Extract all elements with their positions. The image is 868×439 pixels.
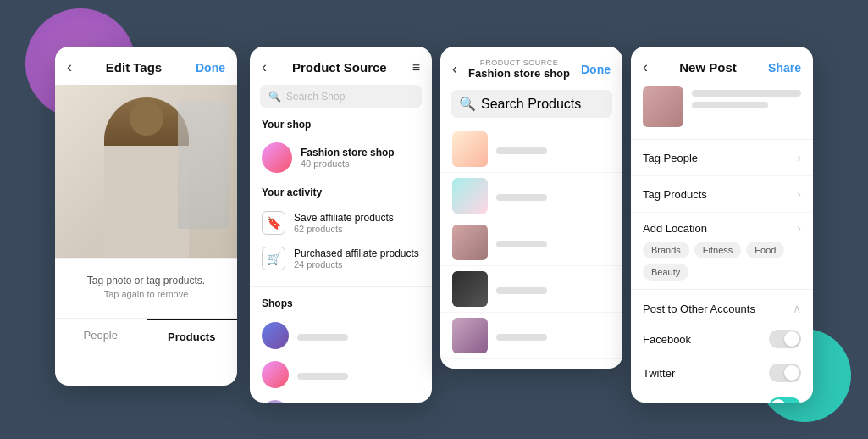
other-accounts-label: Post to Other Accounts bbox=[643, 303, 755, 315]
other-accounts-header[interactable]: Post to Other Accounts ∧ bbox=[631, 293, 813, 322]
product-text-5 bbox=[496, 331, 611, 341]
fashion-shop-header: ‹ PRODUCT SOURCE Fashion store shop Done bbox=[440, 47, 622, 83]
edit-tags-tabs: People Products bbox=[55, 318, 237, 353]
save-affiliate-icon: 🔖 bbox=[262, 211, 285, 235]
product-thumb-3 bbox=[452, 225, 488, 260]
shop-list-text-1 bbox=[297, 331, 420, 341]
location-tags: Brands Fitness Food Beauty bbox=[643, 242, 801, 281]
tumblr-toggle[interactable] bbox=[769, 397, 801, 403]
activity2-count: 24 products bbox=[294, 259, 419, 270]
done-button[interactable]: Done bbox=[196, 61, 225, 75]
caption-line-2 bbox=[692, 102, 768, 108]
tag-products-item[interactable]: Tag Products › bbox=[631, 176, 813, 213]
add-location-label: Add Location bbox=[643, 222, 707, 235]
tab-products[interactable]: Products bbox=[147, 319, 238, 353]
product-placeholder-3b bbox=[496, 241, 547, 247]
shop-list-item-2[interactable] bbox=[250, 355, 432, 394]
photo-person-figure bbox=[104, 97, 189, 258]
facebook-toggle-item: Facebook bbox=[631, 322, 813, 356]
instruction-line1: Tag photo or tag products. bbox=[67, 275, 225, 286]
product-item-4[interactable] bbox=[440, 266, 622, 313]
fashion-shop-title: Fashion store shop bbox=[468, 67, 570, 80]
tumblr-label: Tumblr bbox=[643, 401, 677, 403]
shop-list-text-2 bbox=[297, 370, 420, 380]
tag-people-item[interactable]: Tag People › bbox=[631, 140, 813, 176]
product-text-3 bbox=[496, 237, 611, 247]
product-placeholder-5b bbox=[496, 334, 547, 341]
product-thumb-5 bbox=[452, 318, 488, 353]
new-post-title: New Post bbox=[679, 60, 737, 75]
search-shop-bar[interactable]: 🔍 Search Shop bbox=[260, 85, 422, 108]
shop-list-avatar-3 bbox=[262, 400, 289, 403]
search-products-placeholder: Search Products bbox=[481, 97, 581, 112]
your-shop-item[interactable]: Fashion store shop 40 products bbox=[250, 137, 432, 178]
product-source-title: Product Source bbox=[292, 60, 387, 75]
product-thumb-4 bbox=[452, 271, 488, 307]
tag-products-chevron: › bbox=[797, 187, 801, 201]
twitter-label: Twitter bbox=[643, 367, 675, 380]
search-products-bar[interactable]: 🔍 Search Products bbox=[451, 90, 612, 118]
activity-info-1: Save affiliate products 62 products bbox=[294, 212, 394, 234]
search-icon: 🔍 bbox=[268, 91, 281, 103]
location-tag-beauty[interactable]: Beauty bbox=[643, 264, 688, 281]
tab-people[interactable]: People bbox=[55, 319, 147, 353]
fashion-search-icon: 🔍 bbox=[459, 96, 476, 112]
tumblr-toggle-item: Tumblr bbox=[631, 390, 813, 403]
search-shop-placeholder: Search Shop bbox=[286, 91, 345, 103]
location-section: Add Location › Brands Fitness Food Beaut… bbox=[631, 213, 813, 290]
product-source-back-button[interactable]: ‹ bbox=[262, 58, 267, 76]
shop-avatar bbox=[262, 142, 292, 173]
location-header[interactable]: Add Location › bbox=[643, 221, 801, 235]
activity2-title: Purchased affiliate products bbox=[294, 247, 419, 259]
product-placeholder-1b bbox=[496, 147, 547, 154]
shop-count: 40 products bbox=[301, 158, 395, 169]
caption-line-1 bbox=[692, 90, 801, 97]
location-tag-brands[interactable]: Brands bbox=[643, 242, 689, 258]
location-tag-food[interactable]: Food bbox=[746, 242, 784, 258]
product-source-header: ‹ Product Source ≡ bbox=[250, 47, 432, 85]
product-item-1[interactable] bbox=[440, 126, 622, 173]
post-caption-lines bbox=[692, 86, 801, 114]
activity-info-2: Purchased affiliate products 24 products bbox=[294, 247, 419, 270]
product-placeholder-2b bbox=[496, 194, 547, 201]
add-location-chevron: › bbox=[797, 221, 801, 235]
post-thumbnail bbox=[643, 86, 683, 127]
your-activity-label: Your activity bbox=[250, 186, 432, 205]
divider bbox=[250, 286, 432, 287]
shop-list-avatar-2 bbox=[262, 361, 289, 388]
shop-list-item-3[interactable] bbox=[250, 394, 432, 403]
activity-item-2[interactable]: 🛒 Purchased affiliate products 24 produc… bbox=[250, 241, 432, 276]
product-thumb-2 bbox=[452, 178, 488, 214]
shop-list-avatar-1 bbox=[262, 322, 289, 349]
product-text-1 bbox=[496, 144, 611, 154]
product-thumb-1 bbox=[452, 131, 488, 167]
product-item-5[interactable] bbox=[440, 313, 622, 359]
instruction-line2: Tap again to remove bbox=[67, 289, 225, 299]
tag-products-label: Tag Products bbox=[643, 188, 707, 201]
location-tag-fitness[interactable]: Fitness bbox=[694, 242, 741, 258]
product-item-3[interactable] bbox=[440, 220, 622, 266]
back-button[interactable]: ‹ bbox=[67, 58, 72, 76]
other-accounts-section: Post to Other Accounts ∧ Facebook Twitte… bbox=[631, 290, 813, 403]
shop-list-placeholder-1b bbox=[297, 334, 348, 341]
fashion-done-button[interactable]: Done bbox=[581, 63, 611, 76]
product-item-2[interactable] bbox=[440, 173, 622, 220]
post-preview bbox=[631, 86, 813, 139]
new-post-back-button[interactable]: ‹ bbox=[643, 58, 648, 76]
new-post-header: ‹ New Post Share bbox=[631, 47, 813, 86]
fashion-sub-label: PRODUCT SOURCE bbox=[468, 58, 570, 67]
share-button[interactable]: Share bbox=[768, 61, 801, 75]
shop-info: Fashion store shop 40 products bbox=[301, 147, 395, 169]
facebook-label: Facebook bbox=[643, 333, 691, 346]
tag-people-label: Tag People bbox=[643, 152, 698, 164]
facebook-toggle[interactable] bbox=[769, 330, 801, 348]
activity-item-1[interactable]: 🔖 Save affiliate products 62 products bbox=[250, 205, 432, 241]
edit-tags-photo bbox=[55, 85, 237, 258]
fashion-shop-back-button[interactable]: ‹ bbox=[452, 60, 457, 78]
shop-list-item-1[interactable] bbox=[250, 316, 432, 355]
product-text-2 bbox=[496, 191, 611, 201]
twitter-toggle[interactable] bbox=[769, 364, 801, 382]
menu-icon[interactable]: ≡ bbox=[412, 60, 420, 75]
tag-instruction: Tag photo or tag products. Tap again to … bbox=[55, 258, 237, 311]
your-shop-label: Your shop bbox=[250, 119, 432, 137]
